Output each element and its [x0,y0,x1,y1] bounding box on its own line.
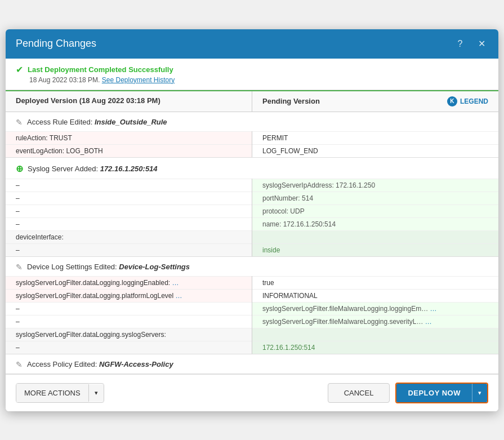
edited-icon: ✎ [16,118,23,127]
access-policy-header: ✎ Access Policy Edited: NGFW-Access-Poli… [6,354,498,374]
status-date: 18 Aug 2022 03:18 PM. [29,76,100,84]
columns-header: Deployed Version (18 Aug 2022 03:18 PM) … [6,90,498,112]
pending-value: LOG_FLOW_END [252,144,499,157]
deployed-column-header: Deployed Version (18 Aug 2022 03:18 PM) [6,91,252,112]
deploy-now-wrapper: DEPLOY NOW ▾ [395,383,488,403]
access-rule-diff: ruleAction: TRUST PERMIT eventLogAction:… [6,131,498,157]
legend-button[interactable]: K LEGEND [447,96,488,106]
deploy-chevron-button[interactable]: ▾ [472,384,487,402]
device-log-diff: syslogServerLogFilter.dataLogging.loggin… [6,276,498,354]
pending-dots-link-2[interactable]: … [425,318,432,326]
success-icon: ✔ [16,64,23,75]
added-icon: ⊕ [16,163,23,174]
access-rule-title: Access Rule Edited: Inside_Outside_Rule [27,118,167,126]
footer-right: CANCEL DEPLOY NOW ▾ [328,383,488,403]
deployed-value: ruleAction: TRUST [6,131,252,144]
legend-icon: K [447,96,457,106]
access-policy-section: ✎ Access Policy Edited: NGFW-Access-Poli… [6,354,498,374]
status-sub: 18 Aug 2022 03:18 PM. See Deployment His… [16,76,488,84]
syslog-title: Syslog Server Added: 172.16.1.250:514 [28,165,158,173]
device-log-header: ✎ Device Log Settings Edited: Device-Log… [6,257,498,276]
deployed-value: eventLogAction: LOG_BOTH [6,144,252,157]
table-row: syslogServerLogFilter.dataLogging.syslog… [6,328,498,341]
table-row: syslogServerLogFilter.dataLogging.loggin… [6,276,498,289]
device-log-section: ✎ Device Log Settings Edited: Device-Log… [6,257,498,354]
table-row: syslogServerLogFilter.dataLogging.platfo… [6,289,498,302]
status-message: Last Deployment Completed Successfully [28,65,173,74]
pending-column-header: Pending Version K LEGEND [252,91,498,112]
table-row: deviceInterface: [6,230,498,243]
table-row: – protocol: UDP [6,205,498,217]
table-row: – syslogServerLogFilter.fileMalwareLoggi… [6,315,498,328]
table-row: – syslogServerLogFilter.fileMalwareLoggi… [6,302,498,315]
status-success-row: ✔ Last Deployment Completed Successfully [16,64,488,75]
table-row: – inside [6,243,498,256]
access-policy-title: Access Policy Edited: NGFW-Access-Policy [27,360,173,368]
table-row: – name: 172.16.1.250:514 [6,217,498,230]
close-icon: ✕ [478,38,485,49]
deployed-dots-link-2[interactable]: … [176,292,182,300]
cancel-button[interactable]: CANCEL [328,383,390,403]
header-icons: ? ✕ [453,37,488,51]
table-row: eventLogAction: LOG_BOTH LOG_FLOW_END [6,144,498,157]
syslog-header: ⊕ Syslog Server Added: 172.16.1.250:514 [6,158,498,179]
dialog-header: Pending Changes ? ✕ [6,29,498,59]
edited-icon-3: ✎ [16,360,23,369]
close-button[interactable]: ✕ [475,37,488,51]
more-actions-chevron[interactable]: ▾ [88,384,104,402]
table-row: – syslogServerIpAddress: 172.16.1.250 [6,179,498,192]
edited-icon-2: ✎ [16,263,23,272]
help-button[interactable]: ? [453,37,467,51]
pending-dots-link[interactable]: … [430,305,436,313]
syslog-diff: – syslogServerIpAddress: 172.16.1.250 – … [6,179,498,256]
access-rule-section: ✎ Access Rule Edited: Inside_Outside_Rul… [6,112,498,158]
pending-value: PERMIT [252,131,499,144]
deployed-dots-link[interactable]: … [172,279,179,287]
deploy-now-button[interactable]: DEPLOY NOW [396,384,472,402]
device-log-title: Device Log Settings Edited: Device-Log-S… [27,263,190,271]
legend-label: LEGEND [460,97,488,105]
deployment-history-link[interactable]: See Deployment History [102,76,175,84]
more-actions-button[interactable]: MORE ACTIONS ▾ [16,383,104,403]
help-icon: ? [458,39,463,49]
table-row: ruleAction: TRUST PERMIT [6,131,498,144]
more-actions-main[interactable]: MORE ACTIONS [16,384,88,402]
dialog-footer: MORE ACTIONS ▾ CANCEL DEPLOY NOW ▾ [6,374,498,411]
syslog-section: ⊕ Syslog Server Added: 172.16.1.250:514 … [6,158,498,257]
status-bar: ✔ Last Deployment Completed Successfully… [6,59,498,90]
pending-changes-dialog: Pending Changes ? ✕ ✔ Last Deployment Co… [6,29,498,411]
content-area: ✎ Access Rule Edited: Inside_Outside_Rul… [6,112,498,374]
access-rule-header: ✎ Access Rule Edited: Inside_Outside_Rul… [6,112,498,131]
table-row: – portNumber: 514 [6,192,498,205]
table-row: – 172.16.1.250:514 [6,341,498,354]
dialog-title: Pending Changes [16,38,96,50]
